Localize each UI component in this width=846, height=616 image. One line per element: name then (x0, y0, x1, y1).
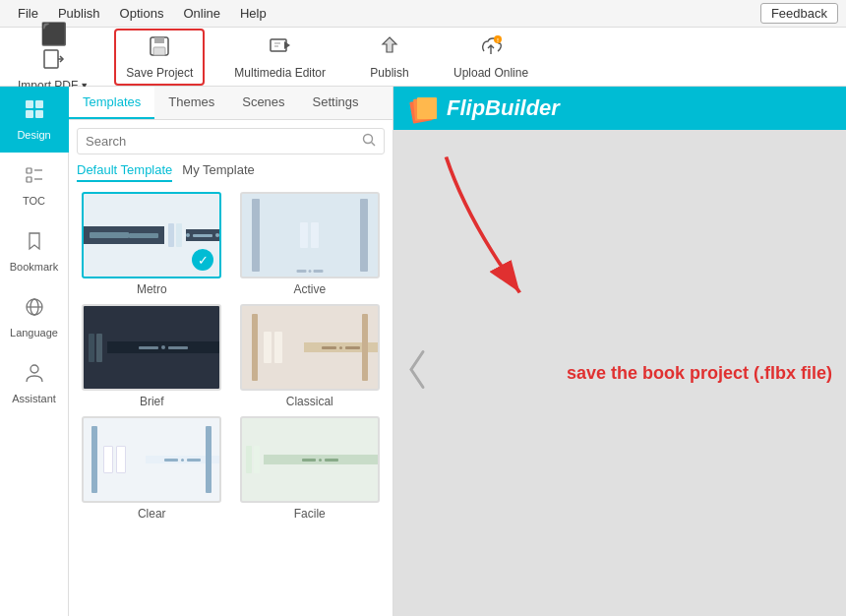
template-item-classical[interactable]: Classical (235, 304, 386, 408)
template-thumb-brief[interactable] (82, 304, 221, 391)
feedback-button[interactable]: Feedback (760, 3, 838, 24)
sidebar-design-label: Design (17, 129, 50, 141)
template-item-clear[interactable]: Clear (77, 416, 227, 521)
sidebar-language-label: Language (10, 327, 58, 339)
svg-rect-12 (35, 100, 43, 108)
sidebar-bookmark-label: Bookmark (10, 261, 59, 273)
publish-button[interactable]: Publish (355, 31, 424, 84)
sidebar-toc-label: TOC (23, 195, 45, 207)
template-name-facile: Facile (294, 507, 326, 521)
annotation-text: save the book project (.flbx file) (567, 363, 832, 384)
sidebar-item-language[interactable]: Language (0, 284, 69, 350)
menu-online[interactable]: Online (173, 2, 230, 25)
svg-point-23 (364, 135, 373, 144)
tab-scenes[interactable]: Scenes (228, 87, 298, 119)
sidebar-item-toc[interactable]: TOC (0, 153, 69, 218)
templates-grid: ✓ Metro (69, 188, 393, 524)
menu-help[interactable]: Help (230, 2, 276, 25)
template-thumb-clear[interactable] (82, 416, 221, 503)
tab-templates[interactable]: Templates (69, 87, 154, 119)
svg-line-24 (372, 143, 376, 147)
tab-settings[interactable]: Settings (299, 87, 373, 119)
svg-rect-5 (271, 39, 286, 51)
template-item-brief[interactable]: Brief (77, 304, 227, 408)
assistant-icon (24, 362, 45, 390)
save-project-icon (148, 34, 171, 64)
language-icon (24, 296, 45, 324)
svg-point-22 (30, 365, 38, 373)
publish-icon (378, 34, 401, 64)
multimedia-editor-label: Multimedia Editor (234, 66, 326, 80)
template-thumb-classical[interactable] (240, 304, 380, 391)
publish-label: Publish (370, 66, 408, 80)
save-project-label: Save Project (126, 66, 193, 80)
design-icon (24, 98, 45, 126)
flipbuilder-logo: FlipBuilder (407, 92, 560, 124)
template-item-active[interactable]: Active (235, 192, 386, 296)
svg-rect-4 (153, 47, 165, 55)
toolbar: ⬛ Import PDF ▼ Save Project (0, 28, 846, 87)
search-input[interactable] (86, 134, 362, 149)
content-area: FlipBuilder save the book project (.flbx… (393, 87, 846, 616)
multimedia-editor-icon (269, 34, 292, 64)
svg-text:!: ! (497, 37, 499, 43)
save-project-button[interactable]: Save Project (114, 29, 205, 86)
svg-rect-27 (417, 97, 437, 119)
search-bar[interactable] (77, 128, 385, 154)
template-item-facile[interactable]: Facile (235, 416, 386, 521)
selected-check: ✓ (192, 249, 213, 271)
template-name-clear: Clear (138, 507, 166, 521)
multimedia-editor-button[interactable]: Multimedia Editor (224, 31, 335, 84)
template-name-classical: Classical (286, 395, 333, 408)
svg-rect-13 (26, 110, 33, 118)
svg-marker-6 (284, 41, 290, 49)
canvas-area: save the book project (.flbx file) (393, 130, 846, 616)
template-name-metro: Metro (137, 282, 167, 296)
panel: Templates Themes Scenes Settings Default… (69, 87, 393, 616)
template-name-brief: Brief (140, 395, 164, 408)
import-icon (41, 47, 65, 77)
flipbuilder-header: FlipBuilder (393, 87, 846, 130)
menu-options[interactable]: Options (110, 2, 174, 25)
menu-bar: File Publish Options Online Help Feedbac… (0, 0, 846, 28)
nav-arrow-left[interactable] (403, 348, 431, 399)
sidebar-item-bookmark[interactable]: Bookmark (0, 218, 69, 284)
tab-themes[interactable]: Themes (154, 87, 228, 119)
upload-online-button[interactable]: ! Upload Online (444, 31, 538, 84)
template-item-metro[interactable]: ✓ Metro (77, 192, 227, 296)
template-thumb-facile[interactable] (240, 416, 380, 503)
upload-online-icon: ! (479, 34, 503, 64)
subtab-my-template[interactable]: My Template (182, 162, 254, 182)
bookmark-icon (24, 230, 45, 258)
svg-rect-17 (27, 177, 31, 182)
template-thumb-metro[interactable]: ✓ (82, 192, 221, 278)
search-icon (362, 133, 376, 150)
svg-rect-11 (26, 100, 33, 108)
toc-icon (24, 164, 45, 192)
main-layout: Design TOC Bookmark (0, 87, 846, 616)
sidebar-item-assistant[interactable]: Assistant (0, 350, 69, 416)
subtab-default[interactable]: Default Template (77, 162, 172, 182)
logo-icon (407, 92, 439, 124)
svg-rect-15 (27, 168, 31, 173)
logo-text: FlipBuilder (447, 95, 560, 121)
sidebar-item-design[interactable]: Design (0, 87, 69, 153)
svg-rect-0 (44, 50, 58, 68)
panel-tabs: Templates Themes Scenes Settings (69, 87, 393, 120)
template-thumb-active[interactable] (240, 192, 380, 278)
svg-rect-14 (35, 110, 43, 118)
upload-online-label: Upload Online (453, 66, 528, 80)
import-pdf-icon: ⬛ (40, 22, 67, 47)
sidebar: Design TOC Bookmark (0, 87, 69, 616)
template-name-active: Active (293, 282, 326, 296)
template-subtabs: Default Template My Template (69, 162, 393, 188)
import-pdf-button[interactable]: ⬛ Import PDF ▼ (12, 18, 94, 96)
svg-rect-3 (154, 37, 164, 43)
sidebar-assistant-label: Assistant (12, 393, 56, 404)
